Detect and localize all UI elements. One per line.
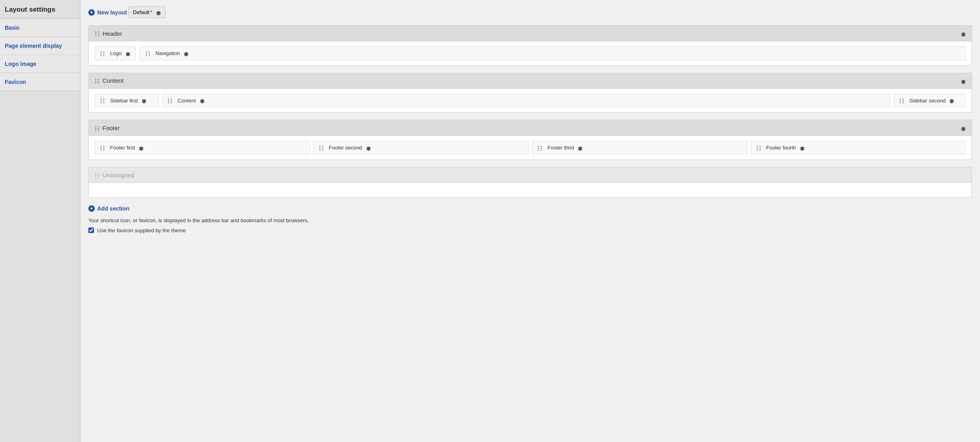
sidebar-second-gear-icon[interactable] — [948, 97, 954, 104]
footer-fourth-gear-icon[interactable] — [798, 144, 805, 151]
svg-point-18 — [95, 79, 96, 80]
svg-point-77 — [98, 177, 99, 178]
svg-point-55 — [322, 146, 323, 147]
favicon-checkbox[interactable] — [88, 227, 94, 233]
sidebar-item-logo-image[interactable]: Logo image — [0, 55, 80, 73]
header-drag-handle[interactable] — [94, 30, 100, 37]
svg-point-59 — [322, 149, 323, 151]
footer-first-gear-icon[interactable] — [137, 144, 144, 151]
footer-fourth-drag-handle[interactable] — [756, 145, 762, 151]
navigation-region-gear-icon[interactable] — [182, 50, 189, 57]
footer-drag-handle[interactable] — [94, 125, 100, 131]
svg-point-26 — [100, 100, 102, 102]
svg-point-33 — [171, 100, 172, 102]
asterisk: * — [150, 9, 152, 15]
svg-point-19 — [98, 79, 99, 80]
sidebar-second-drag-handle[interactable] — [899, 97, 904, 104]
svg-point-6 — [100, 51, 102, 53]
unassigned-section: Unassigned — [88, 167, 972, 198]
svg-point-75 — [98, 175, 99, 176]
svg-point-13 — [149, 51, 150, 53]
footer-second-region: Footer second — [313, 141, 529, 155]
footer-section: Footer Footer first — [88, 120, 972, 160]
logo-region: Logo — [94, 46, 136, 60]
footer-section-gear-icon[interactable] — [960, 124, 966, 131]
logo-drag-handle[interactable] — [100, 50, 105, 56]
svg-point-57 — [322, 147, 323, 149]
svg-point-62 — [538, 147, 539, 149]
footer-third-gear-icon[interactable] — [576, 144, 583, 151]
svg-point-49 — [103, 146, 104, 147]
default-button-label: Default — [133, 9, 149, 15]
sidebar-item-favicon[interactable]: Favicon — [0, 73, 80, 91]
navigation-region: Navigation — [140, 46, 966, 60]
unassigned-section-body — [89, 183, 972, 197]
svg-point-11 — [103, 55, 104, 56]
svg-point-56 — [319, 147, 321, 149]
content-drag-handle[interactable] — [94, 78, 100, 84]
new-layout-label: New layout — [97, 9, 127, 16]
sidebar-item-page-element-display[interactable]: Page element display — [0, 37, 80, 55]
footer-third-drag-handle[interactable] — [537, 145, 543, 151]
content-section: Content Sidebar first — [88, 73, 972, 113]
footer-first-region-label: Footer first — [110, 145, 135, 151]
favicon-checkbox-row: Use the favicon supplied by the theme — [88, 227, 972, 233]
sidebar-first-region: Sidebar first — [94, 94, 159, 108]
add-section-link[interactable]: + Add section — [88, 205, 129, 212]
content-region-gear-icon[interactable] — [198, 97, 205, 104]
svg-point-12 — [146, 51, 147, 53]
svg-point-15 — [149, 53, 150, 54]
default-gear-icon — [155, 9, 161, 16]
svg-point-43 — [98, 126, 99, 127]
svg-point-30 — [168, 98, 169, 100]
svg-point-74 — [95, 175, 96, 176]
default-layout-button[interactable]: Default * — [129, 6, 165, 18]
footer-first-drag-handle[interactable] — [100, 145, 105, 151]
svg-point-71 — [760, 149, 761, 151]
header-section-label: Header — [102, 30, 122, 37]
svg-point-48 — [100, 146, 102, 147]
svg-point-65 — [541, 149, 542, 151]
header-section: Header Logo — [88, 25, 972, 65]
sidebar-first-drag-handle[interactable] — [100, 97, 105, 104]
svg-point-54 — [319, 146, 321, 147]
unassigned-drag-handle[interactable] — [94, 172, 100, 178]
content-section-label: Content — [102, 77, 124, 84]
sidebar-item-basic[interactable]: Basic — [0, 19, 80, 37]
svg-point-67 — [760, 146, 761, 147]
content-region-drag-handle[interactable] — [167, 97, 173, 104]
svg-point-47 — [98, 130, 99, 131]
svg-point-23 — [98, 82, 99, 84]
svg-point-34 — [168, 102, 169, 104]
sidebar-first-gear-icon[interactable] — [140, 97, 147, 104]
svg-point-63 — [541, 147, 542, 149]
svg-point-61 — [541, 146, 542, 147]
footer-second-gear-icon[interactable] — [365, 144, 371, 151]
footer-section-header: Footer — [89, 120, 972, 136]
footer-section-body: Footer first Footer second — [89, 136, 972, 160]
svg-point-41 — [902, 102, 904, 104]
svg-point-52 — [100, 149, 102, 151]
navigation-region-label: Navigation — [155, 50, 180, 56]
new-layout-link[interactable]: + New layout — [88, 9, 127, 16]
sidebar: Layout settings Basic Page element displ… — [0, 0, 80, 442]
svg-point-38 — [900, 100, 901, 102]
favicon-checkbox-label: Use the favicon supplied by the theme — [97, 227, 186, 233]
footer-second-drag-handle[interactable] — [318, 145, 324, 151]
sidebar-first-region-label: Sidebar first — [110, 98, 138, 104]
unassigned-section-header: Unassigned — [89, 168, 972, 183]
svg-point-27 — [103, 100, 104, 102]
svg-point-24 — [100, 98, 102, 100]
svg-point-73 — [98, 173, 99, 174]
svg-point-40 — [900, 102, 901, 104]
svg-point-2 — [95, 33, 96, 35]
plus-icon: + — [88, 9, 95, 16]
header-section-gear-icon[interactable] — [960, 30, 966, 37]
content-section-gear-icon[interactable] — [960, 77, 966, 84]
navigation-drag-handle[interactable] — [145, 50, 151, 56]
svg-point-10 — [100, 55, 102, 56]
unassigned-section-label: Unassigned — [102, 172, 134, 178]
sidebar-second-region: Sidebar second — [894, 94, 966, 108]
logo-region-gear-icon[interactable] — [124, 50, 131, 57]
content-section-header: Content — [89, 73, 972, 89]
